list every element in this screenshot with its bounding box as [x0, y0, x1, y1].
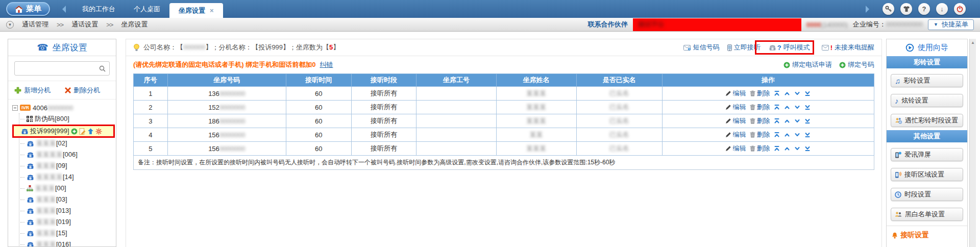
edit-extension-icon[interactable] — [79, 128, 86, 135]
error-correction-link[interactable]: 纠错 — [320, 61, 333, 68]
move-bottom-icon[interactable] — [804, 118, 811, 124]
move-bottom-icon[interactable] — [804, 90, 811, 96]
phone-icon — [27, 196, 34, 203]
tree-root[interactable]: IVR 40060000000 — [12, 102, 115, 113]
move-top-icon[interactable] — [774, 132, 780, 138]
add-agent-icon[interactable] — [71, 128, 78, 135]
breadcrumb-item-agent-settings[interactable]: 坐席设置 — [121, 20, 148, 29]
busy-ringtone-period-button[interactable]: 遇忙彩铃时段设置 — [891, 114, 963, 127]
scroll-up-icon[interactable]: ▲ — [971, 40, 975, 45]
tabs-scroll-right-icon[interactable] — [866, 6, 869, 13]
bind-phone-apply-link[interactable]: 绑定电话申请 — [783, 60, 832, 69]
collapse-toggle-icon[interactable] — [12, 105, 18, 111]
time-period-button[interactable]: 时段设置 — [891, 188, 963, 201]
search-icon[interactable] — [99, 65, 106, 72]
tree-node[interactable]: 某某某[02] — [20, 138, 115, 149]
tree-node-selected[interactable]: 投诉999[999] — [12, 125, 115, 138]
move-bottom-icon[interactable] — [804, 145, 811, 152]
delete-button[interactable]: 删除 — [750, 144, 770, 153]
edit-button[interactable]: 编辑 — [725, 130, 746, 139]
tree-node-workgroup[interactable]: 某某某[00] — [20, 183, 115, 194]
tree-node[interactable]: 某某某某[14] — [20, 171, 115, 183]
mobile-phone-icon — [727, 44, 732, 51]
search-box — [14, 61, 110, 76]
move-top-icon[interactable] — [774, 145, 780, 152]
answer-area-button[interactable]: 接听区域设置 — [891, 168, 963, 181]
delete-button[interactable]: 删除 — [750, 130, 770, 139]
black-white-list-button[interactable]: 黑白名单设置 — [891, 208, 963, 221]
edit-button[interactable]: 编辑 — [725, 116, 746, 126]
delete-extension-button[interactable]: 删除分机 — [65, 86, 100, 95]
pencil-icon — [725, 90, 731, 96]
move-bottom-icon[interactable] — [804, 104, 811, 110]
sms-number-link[interactable]: 短信号码 — [683, 43, 720, 52]
move-up-icon[interactable] — [784, 104, 790, 110]
tree-node-anticounterfeit[interactable]: 防伪码[800] — [20, 113, 115, 125]
remove-icon[interactable] — [95, 128, 102, 135]
breadcrumb-item-call-settings[interactable]: 通话设置 — [71, 20, 98, 29]
move-down-icon[interactable] — [794, 132, 800, 138]
key-icon — [885, 6, 892, 12]
move-bottom-icon[interactable] — [804, 132, 811, 138]
ringtone-settings-button[interactable]: ♫ 彩铃设置 — [891, 74, 963, 87]
binding-notice: (请优先绑定联通的固定电话或者手机) 绑定手机和固话前都加0纠错 — [133, 60, 333, 69]
pencil-icon — [725, 145, 731, 152]
tree-node[interactable]: 某某某[019] — [20, 216, 115, 228]
usage-guide-link[interactable]: 使用向导 — [887, 39, 967, 56]
move-top-icon[interactable] — [774, 104, 780, 110]
pencil-icon — [725, 104, 731, 110]
missed-call-alert-link[interactable]: ! 未接来电提醒 — [822, 43, 874, 52]
content-area: ☎ 坐席设置 新增分机 删除分机 IVR 40060000000 — [0, 32, 980, 247]
edit-button[interactable]: 编辑 — [725, 89, 746, 98]
xuanling-settings-button[interactable]: ♪ 炫铃设置 — [891, 94, 963, 107]
extension-search-input[interactable] — [18, 64, 99, 73]
logout-button[interactable] — [954, 3, 966, 15]
answer-settings-link[interactable]: 接听设置 — [887, 226, 967, 244]
popup-screen-button[interactable]: 爱讯弹屏 — [891, 148, 963, 161]
theme-button[interactable] — [900, 3, 912, 15]
tree-node[interactable]: 某某某[013] — [20, 205, 115, 216]
move-top-icon[interactable] — [774, 90, 780, 96]
tree-node[interactable]: 某某某[016] — [20, 239, 115, 247]
bind-number-link[interactable]: 绑定号码 — [839, 60, 874, 69]
password-button[interactable] — [883, 3, 894, 15]
breadcrumb-item-call-management[interactable]: 通话管理 — [22, 20, 48, 29]
move-down-icon[interactable] — [794, 145, 800, 152]
tree-node[interactable]: 某某某[03] — [20, 194, 115, 205]
move-top-icon[interactable] — [774, 118, 780, 124]
call-mode-link[interactable]: ? 呼叫模式 — [755, 40, 814, 55]
move-up-icon[interactable] — [87, 128, 94, 135]
table-row: 4 1560000000 60 接听所有 某某 已实名 编辑 删除 — [134, 128, 874, 142]
edit-button[interactable]: 编辑 — [725, 144, 746, 153]
sidebar-title: ☎ 坐席设置 — [8, 39, 116, 56]
add-extension-button[interactable]: 新增分机 — [14, 86, 51, 95]
delete-button[interactable]: 删除 — [750, 116, 770, 126]
delete-button[interactable]: 删除 — [750, 89, 770, 98]
tree-node[interactable]: 某某某[09] — [20, 160, 115, 171]
col-answer-period: 接听时段 — [351, 74, 416, 87]
collapse-icon[interactable]: ▼ — [6, 21, 14, 29]
help-button[interactable]: ? — [918, 3, 930, 15]
contact-partner-link[interactable]: 联系合作伙伴 — [588, 20, 628, 29]
quick-menu-button[interactable]: ▼ 快捷菜单 — [928, 19, 974, 30]
tabs-scroll-left-icon[interactable] — [62, 6, 66, 13]
move-up-icon[interactable] — [784, 90, 790, 96]
download-button[interactable]: ↓ — [936, 3, 948, 15]
tab-agent-settings[interactable]: 坐席设置 × — [169, 3, 223, 18]
move-down-icon[interactable] — [794, 104, 800, 110]
move-up-icon[interactable] — [784, 132, 790, 138]
scrollbar[interactable]: ▲ — [969, 39, 976, 247]
delete-button[interactable]: 删除 — [750, 103, 770, 112]
menu-button[interactable]: 菜单 — [6, 2, 50, 16]
tree-node[interactable]: 某某某[15] — [20, 228, 115, 239]
move-down-icon[interactable] — [794, 90, 800, 96]
tab-my-workbench[interactable]: 我的工作台 — [73, 0, 125, 18]
tab-personal-desktop[interactable]: 个人桌面 — [125, 0, 169, 18]
move-up-icon[interactable] — [784, 118, 790, 124]
move-up-icon[interactable] — [784, 145, 790, 152]
edit-button[interactable]: 编辑 — [725, 103, 746, 112]
tree-node[interactable]: 某某某某[006] — [20, 149, 115, 160]
move-down-icon[interactable] — [794, 118, 800, 124]
close-icon[interactable]: × — [210, 7, 214, 14]
bell-icon — [892, 232, 898, 239]
